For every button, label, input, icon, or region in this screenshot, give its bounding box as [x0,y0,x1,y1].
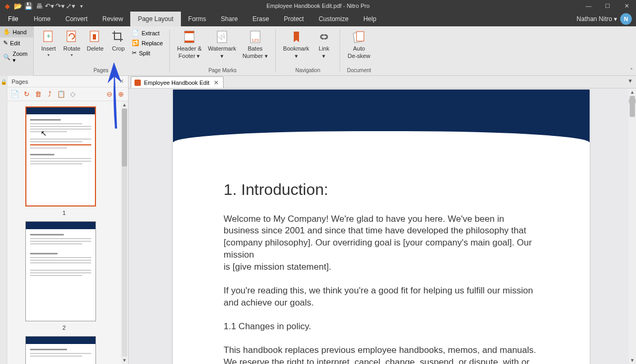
group-label-pages: Pages [93,66,108,75]
document-area: Employee Handbook Edit ✕ ▼ 1. Introducti… [129,76,636,364]
menu-home[interactable]: Home [26,12,58,26]
insert-button[interactable]: + Insert▾ [37,27,60,60]
pages-panel-close-icon[interactable]: ✕ [119,78,124,85]
insert-blank-icon[interactable]: 📄 [11,90,19,99]
scroll-down-icon[interactable]: ▼ [121,357,128,364]
cursor-icon: ↖ [41,129,47,137]
scroll-handle[interactable] [122,109,127,166]
undo-icon[interactable]: ↶▾ [45,2,54,10]
document-tab-close-icon[interactable]: ✕ [213,79,220,86]
menu-erase[interactable]: Erase [245,12,276,26]
maximize-button[interactable]: ☐ [598,0,617,12]
document-tab-label: Employee Handbook Edit [144,80,209,86]
page-banner [173,90,590,142]
document-tab-icon [134,80,141,86]
left-sidebar-strip: 🔒 [0,76,7,364]
minimize-button[interactable]: — [579,0,598,12]
thumb-label-2: 2 [25,324,103,331]
delete-thumb-icon[interactable]: 🗑 [34,90,42,99]
replace-button[interactable]: 🔁Replace [130,38,165,47]
extract-thumb-icon[interactable]: ⤴ [45,90,54,99]
watermark-button[interactable]: W Watermark ▾ [205,27,239,61]
bookmark-button[interactable]: Bookmark ▾ [280,27,313,61]
open-icon[interactable]: 📂 [14,2,22,10]
hand-icon: ✋ [3,28,11,35]
select-tool-icon[interactable]: ⤢▾ [66,2,75,10]
zoom-tool[interactable]: 🔍Zoom ▾ [0,48,33,66]
delete-page-icon [88,29,102,44]
ribbon-group-document: Auto De-skew Document [341,26,377,75]
user-avatar[interactable]: N [620,13,632,25]
extract-icon: 📄 [132,29,139,36]
crop-thumb-icon[interactable]: ◇ [69,90,77,99]
crop-button[interactable]: Crop [107,27,130,54]
document-viewport[interactable]: 1. Introduction: Welcome to My Company! … [129,88,636,364]
tab-dropdown-icon[interactable]: ▼ [628,78,633,84]
redo-icon[interactable]: ↷▾ [56,2,64,10]
doc-scroll-down-icon[interactable]: ▼ [629,357,636,364]
svg-rect-6 [185,31,194,33]
zoom-out-thumb-icon[interactable]: ⊖ [105,90,113,99]
page-thumbnail-2[interactable] [25,221,96,321]
page-thumbnail-3[interactable] [25,336,96,364]
group-label-pagemarks: Page Marks [208,66,236,75]
replace-icon: 🔁 [132,40,139,46]
doc-scrollbar[interactable]: ▲ ▼ [629,88,636,364]
doc-scroll-up-icon[interactable]: ▲ [629,88,636,96]
edit-icon: ✎ [3,40,8,46]
zoom-in-thumb-icon[interactable]: ⊕ [117,90,125,99]
scroll-up-icon[interactable]: ▲ [121,101,128,109]
app-icon: ◆ [3,2,12,10]
save-icon[interactable]: 💾 [24,2,33,10]
ribbon: + Insert▾ Rotate▾ Delete Crop 📄Extract [34,26,636,76]
user-name-label[interactable]: Nathan Nitro ▾ [576,15,617,23]
print-icon[interactable]: 🖶 [35,2,43,10]
qat-customize-icon[interactable]: ▾ [77,2,85,10]
menu-forms[interactable]: Forms [181,12,214,26]
document-page: 1. Introduction: Welcome to My Company! … [173,90,590,364]
hand-tool[interactable]: ✋Hand [0,26,33,37]
doc-paragraph-1a: Welcome to My Company! We're glad to hav… [224,213,539,262]
menu-review[interactable]: Review [95,12,130,26]
svg-text:123: 123 [252,38,259,43]
group-label-navigation: Navigation [295,66,320,75]
watermark-icon: W [215,29,229,44]
svg-text:+: + [46,32,51,40]
ribbon-collapse-icon[interactable]: ˄ [630,67,633,73]
svg-rect-4 [93,34,96,40]
header-footer-button[interactable]: Header & Footer ▾ [174,27,205,61]
ribbon-group-navigation: Bookmark ▾ Link ▾ Navigation [277,26,339,75]
page-thumbnail-1[interactable]: ↖ [25,106,96,206]
document-tab-row: Employee Handbook Edit ✕ ▼ [129,76,636,88]
menu-share[interactable]: Share [214,12,245,26]
title-bar: ◆ 📂 💾 🖶 ↶▾ ↷▾ ⤢▾ ▾ Employee Handbook Edi… [0,0,636,12]
delete-button[interactable]: Delete [83,27,107,54]
doc-scroll-handle[interactable] [630,96,635,117]
auto-deskew-button[interactable]: Auto De-skew [344,27,373,61]
rotate-thumb-icon[interactable]: ↻ [22,90,31,99]
edit-tool[interactable]: ✎Edit [0,37,33,48]
svg-rect-13 [356,32,364,41]
split-button[interactable]: ✂Split [130,48,165,57]
menu-bar: File Home Convert Review Page Layout For… [0,12,636,26]
document-tab[interactable]: Employee Handbook Edit ✕ [131,76,224,88]
ribbon-group-pagemarks: Header & Footer ▾ W Watermark ▾ 123 Bate… [171,26,274,75]
doc-heading: 1. Introduction: [224,179,539,201]
menu-convert[interactable]: Convert [58,12,95,26]
menu-help[interactable]: Help [356,12,384,26]
menu-page-layout[interactable]: Page Layout [130,12,180,26]
extract-button[interactable]: 📄Extract [130,28,165,37]
file-menu[interactable]: File [0,12,26,26]
bates-number-button[interactable]: 123 Bates Number ▾ [239,27,271,61]
bates-icon: 123 [248,29,263,44]
rotate-button[interactable]: Rotate▾ [60,27,83,60]
thumbs-scrollbar[interactable]: ▲ ▼ [121,101,128,364]
menu-protect[interactable]: Protect [276,12,311,26]
close-button[interactable]: ✕ [617,0,636,12]
left-tool-strip: ✋Hand ✎Edit 🔍Zoom ▾ [0,26,34,76]
link-button[interactable]: Link ▾ [312,27,335,61]
menu-customize[interactable]: Customize [311,12,356,26]
replace-thumb-icon[interactable]: 📋 [57,90,65,99]
zoom-icon: 🔍 [3,54,11,61]
sidebar-toggle-icon[interactable]: 🔒 [1,79,7,85]
